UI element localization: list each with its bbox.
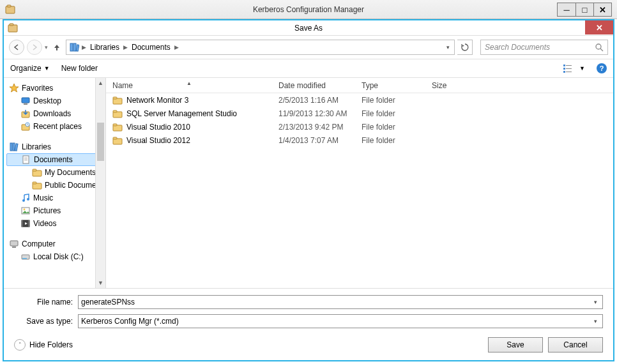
tree-downloads[interactable]: Downloads xyxy=(6,107,105,120)
file-name-label: File name: xyxy=(14,298,78,307)
view-options-button[interactable]: ▼ xyxy=(563,64,585,73)
cancel-button[interactable]: Cancel xyxy=(548,337,603,353)
tree-label: Computer xyxy=(22,239,56,248)
chevron-down-icon: ▼ xyxy=(579,65,585,72)
tree-recent[interactable]: Recent places xyxy=(6,120,105,133)
breadcrumb-libraries[interactable]: Libraries xyxy=(89,43,121,52)
file-row[interactable]: SQL Server Management Studio 11/9/2013 1… xyxy=(106,107,613,120)
save-button[interactable]: Save xyxy=(488,337,543,353)
dialog-close-button[interactable]: ✕ xyxy=(585,20,613,34)
videos-icon xyxy=(20,218,31,229)
nav-scrollbar[interactable]: ▲ ▼ xyxy=(95,78,105,288)
new-folder-button[interactable]: New folder xyxy=(61,64,98,73)
svg-rect-13 xyxy=(563,71,565,73)
svg-rect-44 xyxy=(113,97,117,99)
chevron-down-icon[interactable]: ▾ xyxy=(591,318,600,324)
folder-icon xyxy=(112,109,123,119)
tree-label: Music xyxy=(33,193,53,202)
tree-label: Downloads xyxy=(33,109,71,118)
tree-label: Recent places xyxy=(33,122,82,131)
maximize-button[interactable]: □ xyxy=(575,3,593,16)
svg-rect-42 xyxy=(22,258,27,259)
svg-rect-1 xyxy=(7,5,11,7)
col-size-header[interactable]: Size xyxy=(425,81,476,90)
svg-rect-28 xyxy=(33,169,36,171)
file-name-input[interactable]: generateSPNss ▾ xyxy=(78,295,603,309)
tree-computer[interactable]: Computer xyxy=(6,238,105,250)
tree-videos[interactable]: Videos xyxy=(6,217,105,230)
col-type-header[interactable]: Type xyxy=(355,81,425,90)
scroll-up-icon[interactable]: ▲ xyxy=(96,78,105,88)
file-row[interactable]: Network Monitor 3 2/5/2013 1:16 AM File … xyxy=(106,93,613,107)
documents-icon xyxy=(21,155,31,165)
breadcrumb-documents[interactable]: Documents xyxy=(130,43,172,52)
back-icon xyxy=(13,43,20,51)
svg-rect-10 xyxy=(566,65,572,66)
tree-my-documents[interactable]: My Documents xyxy=(6,166,105,179)
tree-local-disk[interactable]: Local Disk (C:) xyxy=(6,250,105,263)
tree-pictures[interactable]: Pictures xyxy=(6,204,105,217)
tree-desktop[interactable]: Desktop xyxy=(6,95,105,107)
svg-rect-12 xyxy=(566,68,572,69)
svg-rect-50 xyxy=(113,137,117,139)
file-date: 2/5/2013 1:16 AM xyxy=(272,96,355,105)
svg-rect-0 xyxy=(6,6,15,13)
pictures-icon xyxy=(20,206,31,216)
svg-rect-5 xyxy=(73,43,76,51)
nav-pane: Favorites Desktop Downloads Recent place… xyxy=(4,78,106,288)
tree-label: Favorites xyxy=(22,84,53,93)
minimize-button[interactable]: ─ xyxy=(558,3,575,16)
downloads-icon xyxy=(20,109,31,119)
file-name-value: generateSPNss xyxy=(81,298,591,307)
svg-rect-20 xyxy=(10,143,12,151)
svg-rect-15 xyxy=(22,98,29,103)
col-name-header[interactable]: ▲ Name xyxy=(106,81,272,90)
search-placeholder: Search Documents xyxy=(485,43,595,52)
file-date: 1/4/2013 7:07 AM xyxy=(272,136,355,145)
history-dropdown-icon[interactable]: ▾ xyxy=(441,44,454,50)
tree-favorites[interactable]: Favorites xyxy=(6,82,105,95)
back-button[interactable] xyxy=(9,40,24,55)
dialog-titlebar: Save As ✕ xyxy=(4,20,613,36)
tree-music[interactable]: Music xyxy=(6,192,105,204)
close-button[interactable]: ✕ xyxy=(593,3,611,16)
svg-rect-21 xyxy=(13,143,15,151)
refresh-button[interactable] xyxy=(457,40,473,55)
search-input[interactable]: Search Documents xyxy=(480,40,608,55)
tree-libraries[interactable]: Libraries xyxy=(6,140,105,153)
file-row[interactable]: Visual Studio 2012 1/4/2013 7:07 AM File… xyxy=(106,133,613,147)
col-date-header[interactable]: Date modified xyxy=(272,81,355,90)
breadcrumb[interactable]: ▶ Libraries ▶ Documents ▶ ▾ xyxy=(66,40,455,55)
save-type-label: Save as type: xyxy=(14,317,78,326)
organize-button[interactable]: Organize ▼ xyxy=(10,64,50,73)
svg-point-32 xyxy=(27,198,29,201)
view-icon xyxy=(563,64,577,73)
tree-documents[interactable]: Documents xyxy=(6,153,105,166)
nav-tree: Favorites Desktop Downloads Recent place… xyxy=(4,78,105,267)
scroll-thumb[interactable] xyxy=(97,123,104,161)
svg-rect-16 xyxy=(24,103,27,105)
svg-rect-3 xyxy=(10,24,13,26)
up-button[interactable] xyxy=(50,41,63,54)
svg-rect-23 xyxy=(23,156,29,163)
dialog-bottom: File name: generateSPNss ▾ Save as type:… xyxy=(4,288,613,360)
tree-label: Desktop xyxy=(33,96,61,105)
chevron-down-icon: ▼ xyxy=(44,65,50,72)
file-type: File folder xyxy=(355,109,425,118)
search-icon xyxy=(595,43,604,52)
svg-line-8 xyxy=(600,49,603,51)
help-button[interactable]: ? xyxy=(597,63,607,73)
forward-button[interactable] xyxy=(27,40,42,55)
svg-point-7 xyxy=(596,44,601,49)
folder-icon xyxy=(112,135,123,146)
svg-rect-11 xyxy=(563,68,565,70)
file-row[interactable]: Visual Studio 2010 2/13/2013 9:42 PM Fil… xyxy=(106,120,613,133)
recent-dropdown-icon[interactable]: ▾ xyxy=(45,44,48,50)
save-type-select[interactable]: Kerberos Config Mgr (*.cmd) ▾ xyxy=(78,314,603,328)
scroll-down-icon[interactable]: ▼ xyxy=(96,278,105,288)
tree-public-documents[interactable]: Public Documents xyxy=(6,179,105,192)
save-type-value: Kerberos Config Mgr (*.cmd) xyxy=(81,317,591,326)
file-type: File folder xyxy=(355,123,425,132)
chevron-down-icon[interactable]: ▾ xyxy=(591,299,600,305)
hide-folders-button[interactable]: ˄ Hide Folders xyxy=(14,339,73,351)
